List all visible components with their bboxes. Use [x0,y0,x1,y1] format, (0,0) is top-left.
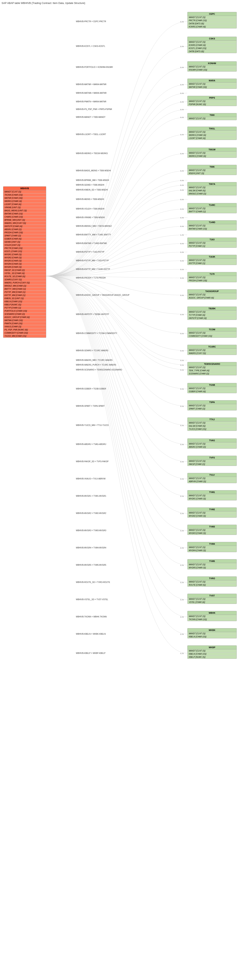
entity-field: KMEIN_SD [UNIT (3)] [3,297,46,300]
cardinality-label: 0..N [180,170,184,172]
cardinality-label: 0..N [180,199,184,200]
relation-label: WBHIVB-PMATN = MARA-MATNR [76,100,106,103]
entity-field: PMATN [CHAR (18)] [3,322,46,325]
entity-header: TVM1 [188,490,237,494]
entity-field: KBELN [CHAR (10)] [188,635,237,638]
entity-field: COMMODITY [CHAR (16)] [188,334,237,337]
entity-field: MANDT [CLNT (3)] [188,207,237,210]
cardinality-label: 0..N [180,225,184,228]
cardinality-label: 0..N [180,478,184,480]
entity-header: TVRO [188,577,237,581]
target-entity: TASSGROUPMANDT [CLNT (3)]ASSOC_GROUP [CH… [187,289,237,299]
cardinality-label: 0..N [180,530,184,532]
entity-field: WAERS_MM [CUKY (5)] [3,222,46,225]
entity-field: SCENARIO [CHAR (2)] [188,372,237,375]
entity-field: MANDT [CLNT (3)] [188,511,237,514]
target-entity: TSPAMANDT [CLNT (3)]SPART [CHAR (2)] [187,400,237,410]
entity-field: KOSTL [CHAR (10)] [188,47,237,50]
relation-label: WBHIVB-WAERS_PURCH = TCURC-WAERS [76,364,116,366]
entity-field: BWTTY [CHAR (1)] [188,210,237,213]
entity-field: DATBI [DATS (8)] [188,50,237,53]
relation-label: WBHIVB-MVGR5 = TVM5-MVGR5 [76,564,106,566]
entity-field: MANDT [CLNT (3)] [188,632,237,635]
relation-label: WBHIVB-MVGR4 = TVM4-MVGR4 [76,547,106,549]
relation-label: WBHIVB-COMMODITY = TCOM-COMMODITY [76,332,117,334]
relation-label: WBHIVB-PS_PSP_PNR = PRPS-PSPNR [76,108,112,110]
entity-header: TB2BK [188,307,237,310]
cardinality-label: 0..N [180,582,184,584]
entity-header: WKBP [188,646,237,649]
entity-field: MANDT [CLNT (3)] [188,293,237,296]
cardinality-label: 0..N [180,369,184,371]
entity-field: MANDT [CLNT (3)] [188,477,237,480]
cardinality-label: 0..N [180,46,184,48]
entity-header: TVM5 [188,559,237,563]
cardinality-label: 0..N [180,269,184,270]
entity-field: MANDT [CLNT (3)] [188,169,237,172]
entity-field: GEWEI [UNIT (3)] [3,240,46,243]
entity-header: T163K [188,255,237,259]
relation-label: WBHIVB-HKPSTP = TB2BK-HKPSTP [76,313,109,315]
relation-label: WBHIVB-PRCTR = CEPC-PRCTR [76,21,106,22]
cardinality-label: 0..N [180,360,184,361]
target-entity: TVROMANDT [CLNT (3)]ROUTE [CHAR (6)] [187,576,237,587]
entity-header: TVFS [188,456,237,460]
relation-label: WBHIVB-VRKME = T006-MSEHI [76,216,105,218]
cardinality-label: 0..N [180,547,184,549]
entity-field: TEW_TYPE [CHAR (4)] [188,369,237,372]
cardinality-label: 0..N [180,21,184,23]
relation-label: WBHIVB-KBELP = WKBP-KBELP [76,652,106,654]
entity-field: COMMODITY [CHAR (16)] [3,331,46,334]
entity-field: MANDT [CLNT (3)] [188,598,237,601]
cardinality-label: 0..N [180,243,184,245]
relation-label: WBHIVB-WAERS_MM = TCURC-WAERS [76,359,112,361]
entity-field: MANDT [CLNT (3)] [188,100,237,103]
cardinality-label: 0..N [180,564,184,566]
relation-label: WBHIVB-MVGR1 = TVM1-MVGR1 [76,495,106,497]
entity-header: TASSGROUP [188,290,237,293]
entity-field: MVGR3 [CHAR (3)] [188,532,237,535]
entity-header: T163 [188,238,237,242]
entity-field: BWTAR [CHAR (10)] [188,228,237,230]
entity-header: TCOM [188,328,237,331]
entity-field: MVGR1 [CHAR (3)] [3,253,46,256]
entity-field: MANDT [CLNT (3)] [188,65,237,68]
cardinality-label: 0..N [180,189,184,191]
entity-field: GSBER [CHAR (4)] [3,237,46,240]
target-entity: T179MANDT [CLNT (3)]PRODH [CHAR (18)] [187,272,237,282]
page-title: SAP ABAP table WBHIVB {Trading Contract:… [2,2,238,5]
relation-label: WBHIVB-VKAUS = TVLV-ABRVW [76,478,106,480]
relation-label: WBHIVB-SCENARIO = TEWSCENARIO-SCENARIO [76,369,122,371]
entity-field: MANDT [CLNT (3)] [188,366,237,369]
target-entity: T149CMANDT [CLNT (3)]BWTTY [CHAR (1)] [187,203,237,213]
entity-header: MARA [188,79,237,83]
cardinality-label: 0..N [180,134,184,136]
entity-field: MANDT [CLNT (3)] [188,563,237,566]
entity-field: KBELP [NUMC (5)] [188,655,237,659]
cardinality-label: 0..N [180,208,184,210]
entity-field: MVGR3 [CHAR (3)] [3,259,46,262]
entity-field: KNUMH [CHAR (10)] [188,68,237,72]
entity-field: MATNR [CHAR (18)] [188,86,237,89]
relation-label: WBHIVB-MVGR2 = TVM2-MVGR2 [76,512,106,514]
cardinality-label: 0..N [180,101,184,103]
entity-field: KOKRS [CHAR (4)] [188,44,237,47]
entity-header: TVM2 [188,508,237,511]
entity-header: T006 [188,165,237,169]
entity-field: MANDT [CLNT (3)] [188,460,237,463]
entity-field: WERKS [CHAR (4)] [188,134,237,137]
relation-label: WBHIVB-ASSOC_GROUP = TASSGROUP-ASSOC_GRO… [76,294,129,296]
entity-field: ASSOC_GROUP [CHAR (4)] [3,316,46,319]
entity-field: MSEHI [UNIT (3)] [188,172,237,175]
relation-label: WBHIVB-BASIS_MEINS = T006-MSEHI [76,170,111,172]
entity-header: CEPC [188,12,237,16]
target-entity: WKBPMANDT [CLNT (3)]KBELN [CHAR (10)]KBE… [187,646,237,659]
entity-header: T001L [188,127,237,130]
target-entity: TTXJMANDT [CLNT (3)]KALSM [CHAR (6)]TXJC… [187,417,237,431]
entity-header: TVAG [188,439,237,442]
target-entity: T149DMANDT [CLNT (3)]BWTAR [CHAR (10)] [187,220,237,231]
entity-field: TKONN [CHAR (10)] [188,618,237,621]
entity-field: SCENARIO [CHAR (2)] [3,313,46,316]
entity-field: LGORT [CHAR (4)] [188,137,237,140]
entity-field: MANDT [CLNT (3)] [188,117,237,120]
